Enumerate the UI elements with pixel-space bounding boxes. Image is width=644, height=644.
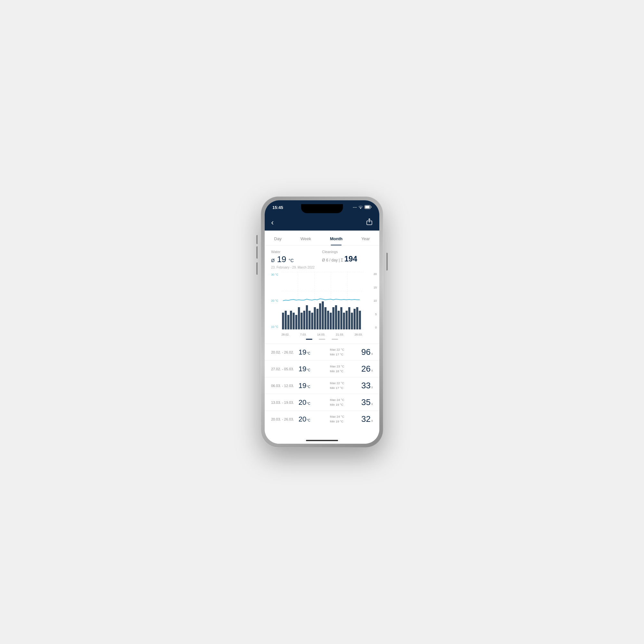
row-count-unit-2: x — [371, 369, 373, 372]
power-button[interactable] — [386, 253, 388, 270]
row-temp-val-5: 20 — [298, 415, 306, 423]
water-unit: °C — [289, 258, 294, 263]
row-temp-unit-1: °C — [307, 352, 310, 355]
row-minmax-3: Max 22 °C Min 17 °C — [330, 381, 362, 390]
table-row: 13.03. - 19.03. 20 °C Max 24 °C Min 19 °… — [265, 394, 379, 411]
svg-rect-17 — [295, 315, 297, 329]
tab-week[interactable]: Week — [298, 235, 314, 242]
scroll-dot-3 — [332, 339, 338, 340]
table-row: 06.03. - 12.03. 19 °C Max 22 °C Min 17 °… — [265, 377, 379, 394]
table-row: 20.03. - 26.03. 20 °C Max 24 °C Min 19 °… — [265, 411, 379, 427]
row-count-val-1: 96 — [361, 347, 371, 357]
y-left-30: 30 °C — [271, 273, 281, 276]
data-table: 20.02. - 26.02. 19 °C Max 22 °C Min 17 °… — [265, 344, 379, 427]
row-max-4: Max 24 °C — [330, 398, 362, 402]
app-content: Day Week Month Year Water Ø 19 °C Cleani… — [265, 231, 379, 444]
svg-rect-25 — [317, 309, 318, 329]
svg-rect-23 — [311, 313, 313, 329]
svg-rect-34 — [340, 307, 342, 329]
svg-rect-41 — [359, 311, 361, 329]
y-axis-left: 30 °C 20 °C 10 °C — [271, 272, 281, 330]
svg-rect-14 — [287, 315, 289, 329]
cleanings-sum: 194 — [344, 254, 357, 263]
status-icons: ···· — [353, 205, 372, 210]
scroll-indicators — [271, 337, 373, 341]
share-button[interactable] — [366, 218, 373, 227]
svg-rect-37 — [348, 307, 350, 329]
notch — [301, 204, 343, 213]
volume-down-button[interactable] — [256, 262, 258, 275]
tab-bar: Day Week Month Year — [265, 231, 379, 245]
battery-icon — [365, 205, 372, 210]
row-count-val-4: 35 — [361, 397, 371, 407]
date-range: 23. February - 29. March 2022 — [265, 266, 379, 272]
row-max-5: Max 24 °C — [330, 414, 362, 419]
cleanings-label: Cleanings — [322, 250, 373, 254]
row-min-4: Min 19 °C — [330, 403, 362, 407]
scroll-dot-1 — [306, 339, 312, 340]
silent-button[interactable] — [256, 235, 258, 244]
x-label-3: 21.03. — [336, 333, 344, 336]
row-date-5: 20.03. - 26.03. — [271, 417, 298, 421]
tab-month[interactable]: Month — [327, 235, 345, 242]
row-count-2: 26 x — [361, 364, 373, 374]
svg-rect-35 — [343, 313, 345, 329]
svg-rect-38 — [351, 313, 353, 329]
y-left-10: 10 °C — [271, 325, 281, 328]
row-temp-unit-3: °C — [307, 385, 310, 389]
chart-wrapper: 30 °C 20 °C 10 °C — [265, 272, 379, 331]
row-max-3: Max 22 °C — [330, 381, 362, 385]
row-count-unit-1: x — [371, 352, 373, 355]
row-temp-2: 19 °C — [298, 365, 330, 373]
svg-rect-40 — [356, 307, 358, 329]
x-label-2: 14.03. — [317, 333, 325, 336]
row-count-val-3: 33 — [361, 381, 371, 391]
cleanings-stat: Cleanings Ø 6 / day | Σ 194 — [322, 250, 373, 264]
chart-area — [281, 272, 364, 331]
row-min-5: Min 19 °C — [330, 419, 362, 424]
svg-rect-13 — [285, 311, 287, 329]
row-date-2: 27.02. - 05.03. — [271, 367, 298, 371]
row-count-unit-5: x — [371, 419, 373, 422]
y-right-5: 5 — [374, 313, 377, 316]
signal-icon: ···· — [353, 205, 357, 209]
row-temp-unit-2: °C — [307, 368, 310, 372]
home-indicator — [306, 440, 338, 441]
row-date-1: 20.02. - 26.02. — [271, 350, 298, 354]
svg-rect-16 — [293, 313, 295, 329]
svg-rect-30 — [330, 313, 332, 329]
svg-rect-19 — [300, 313, 302, 329]
svg-rect-32 — [335, 305, 337, 329]
tab-day[interactable]: Day — [271, 235, 284, 242]
x-axis-labels: 28.02. 7.03. 14.03. 21.03. 28.03. — [265, 332, 379, 337]
cleanings-avg: Ø 6 / day — [322, 258, 338, 262]
row-temp-unit-4: °C — [307, 402, 310, 405]
status-time: 15:45 — [272, 205, 283, 210]
back-button[interactable]: ‹ — [271, 218, 274, 227]
y-axis-right: 20 15 10 5 0 — [374, 272, 377, 330]
row-count-3: 33 x — [361, 381, 373, 391]
row-date-4: 13.03. - 19.03. — [271, 401, 298, 404]
row-temp-1: 19 °C — [298, 348, 330, 356]
row-max-2: Max 23 °C — [330, 364, 362, 369]
tab-year[interactable]: Year — [359, 235, 372, 242]
row-minmax-1: Max 22 °C Min 17 °C — [330, 347, 362, 357]
svg-rect-28 — [324, 307, 326, 329]
row-count-val-2: 26 — [361, 364, 371, 374]
svg-rect-36 — [346, 311, 347, 329]
svg-rect-2 — [365, 206, 370, 208]
app-header: ‹ — [265, 214, 379, 231]
svg-rect-27 — [322, 301, 324, 329]
svg-rect-29 — [327, 311, 329, 329]
stats-row: Water Ø 19 °C Cleanings Ø 6 / day | Σ 19… — [265, 245, 379, 266]
row-min-1: Min 17 °C — [330, 352, 362, 357]
row-minmax-2: Max 23 °C Min 18 °C — [330, 364, 362, 374]
volume-up-button[interactable] — [256, 246, 258, 259]
row-temp-5: 20 °C — [298, 415, 330, 423]
row-count-val-5: 32 — [361, 414, 371, 424]
cleanings-values: Ø 6 / day | Σ 194 — [322, 254, 373, 263]
svg-point-0 — [360, 208, 361, 209]
scroll-dot-2 — [319, 339, 325, 340]
y-right-10: 10 — [374, 299, 377, 302]
svg-rect-26 — [319, 303, 321, 329]
